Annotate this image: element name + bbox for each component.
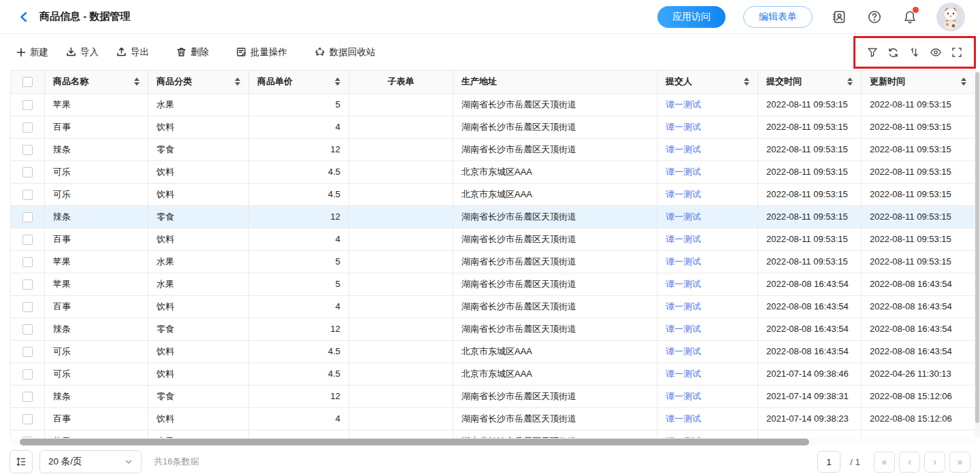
contacts-button[interactable] xyxy=(830,8,848,26)
row-checkbox[interactable] xyxy=(22,279,33,290)
table-row[interactable]: 百事饮料4湖南省长沙市岳麓区天顶街道谭一测试2021-07-14 09:38:2… xyxy=(11,407,975,430)
table-row[interactable]: 可乐饮料4.5北京市东城区AAA谭一测试2021-07-14 09:38:462… xyxy=(11,362,975,385)
vertical-scrollbar-thumb[interactable] xyxy=(975,72,979,423)
submitter-link[interactable]: 谭一测试 xyxy=(666,256,701,267)
column-header[interactable]: 商品名称 xyxy=(45,71,148,93)
row-checkbox[interactable] xyxy=(22,324,33,335)
first-page-button[interactable]: « xyxy=(874,452,895,473)
column-header[interactable]: 更新时间 xyxy=(862,71,975,93)
submitter-link[interactable]: 谭一测试 xyxy=(666,167,701,177)
export-icon xyxy=(116,47,127,57)
sort-arrows-icon[interactable] xyxy=(129,78,140,86)
table-row[interactable]: 百事饮料4湖南省长沙市岳麓区天顶街道谭一测试2022-08-11 09:53:1… xyxy=(11,116,975,138)
submitter-link[interactable]: 谭一测试 xyxy=(666,189,701,199)
table-cell: 饮料 xyxy=(148,340,249,362)
row-checkbox[interactable] xyxy=(22,145,33,155)
table-row[interactable]: 辣条零食12湖南省长沙市岳麓区天顶街道谭一测试2022-08-11 09:53:… xyxy=(11,205,975,228)
submitter-link[interactable]: 谭一测试 xyxy=(666,234,701,244)
table-cell: 湖南省长沙市岳麓区天顶街道 xyxy=(453,385,657,407)
row-checkbox[interactable] xyxy=(22,414,33,424)
submitter-link[interactable]: 谭一测试 xyxy=(666,99,701,109)
export-button[interactable]: 导出 xyxy=(116,46,149,58)
refresh-icon xyxy=(887,47,899,58)
row-checkbox[interactable] xyxy=(22,100,33,110)
fullscreen-button[interactable] xyxy=(949,45,964,60)
table-cell: 2021-07-14 09:38:46 xyxy=(758,362,862,385)
table-row[interactable]: 可乐饮料4.5北京市东城区AAA谭一测试2022-08-11 09:53:152… xyxy=(11,160,975,183)
cell-submitter: 谭一测试 xyxy=(657,228,758,250)
table-row[interactable]: 百事饮料4湖南省长沙市岳麓区天顶街道谭一测试2022-08-08 16:43:5… xyxy=(11,295,975,318)
row-checkbox[interactable] xyxy=(22,190,33,200)
submitter-link[interactable]: 谭一测试 xyxy=(666,211,701,222)
sort-arrows-icon[interactable] xyxy=(329,78,340,86)
table-row[interactable]: 可乐饮料4.5北京市东城区AAA谭一测试2022-08-11 09:53:152… xyxy=(11,183,975,205)
row-checkbox[interactable] xyxy=(22,235,33,245)
submitter-link[interactable]: 谭一测试 xyxy=(666,391,701,401)
submitter-link[interactable]: 谭一测试 xyxy=(666,122,701,132)
submitter-link[interactable]: 谭一测试 xyxy=(666,301,701,311)
edit-form-button[interactable]: 编辑表单 xyxy=(743,6,813,28)
row-checkbox[interactable] xyxy=(22,212,33,222)
delete-button[interactable]: 删除 xyxy=(176,46,209,58)
table-cell: 百事 xyxy=(45,116,148,138)
filter-button[interactable] xyxy=(865,45,880,60)
table-cell: 5 xyxy=(249,273,349,295)
submitter-link[interactable]: 谭一测试 xyxy=(666,346,701,356)
lucky-cat-avatar-image xyxy=(936,3,965,31)
table-cell: 4 xyxy=(249,295,349,318)
recycle-bin-button[interactable]: 数据回收站 xyxy=(314,46,376,58)
next-page-button[interactable]: › xyxy=(924,452,945,473)
last-page-button[interactable]: » xyxy=(949,452,970,473)
row-checkbox[interactable] xyxy=(22,392,33,402)
submitter-link[interactable]: 谭一测试 xyxy=(666,413,701,424)
page-size-select[interactable]: 20 条/页 xyxy=(39,450,142,473)
sort-arrows-icon[interactable] xyxy=(738,78,749,86)
prev-page-button[interactable]: ‹ xyxy=(899,452,920,473)
table-row[interactable]: 辣条零食12湖南省长沙市岳麓区天顶街道谭一测试2022-08-11 09:53:… xyxy=(11,138,975,160)
notifications-button[interactable] xyxy=(901,8,919,26)
sort-arrows-icon[interactable] xyxy=(842,78,853,86)
row-checkbox[interactable] xyxy=(22,302,33,312)
back-button[interactable] xyxy=(18,11,30,23)
table-row[interactable]: 可乐饮料4.5北京市东城区AAA谭一测试2022-08-08 16:43:542… xyxy=(11,340,975,362)
row-height-button[interactable] xyxy=(10,450,33,473)
table-row[interactable]: 百事饮料4湖南省长沙市岳麓区天顶街道谭一测试2022-08-11 09:53:1… xyxy=(11,228,975,250)
row-checkbox[interactable] xyxy=(22,347,33,357)
visibility-button[interactable] xyxy=(928,44,944,61)
row-checkbox[interactable] xyxy=(22,122,33,133)
table-cell: 零食 xyxy=(148,318,249,340)
row-checkbox[interactable] xyxy=(22,369,33,379)
import-button[interactable]: 导入 xyxy=(66,46,99,58)
table-cell: 水果 xyxy=(148,250,249,273)
submitter-link[interactable]: 谭一测试 xyxy=(666,324,701,334)
column-header[interactable]: 商品单价 xyxy=(249,71,349,93)
table-row[interactable]: 辣条零食12湖南省长沙市岳麓区天顶街道谭一测试2022-08-08 16:43:… xyxy=(11,318,975,340)
table-row[interactable]: 辣条零食12湖南省长沙市岳麓区天顶街道谭一测试2021-07-14 09:38:… xyxy=(11,385,975,407)
table-cell: 湖南省长沙市岳麓区天顶街道 xyxy=(453,116,657,138)
submitter-link[interactable]: 谭一测试 xyxy=(666,279,701,289)
batch-operations-button[interactable]: 批量操作 xyxy=(236,46,287,58)
user-avatar[interactable] xyxy=(936,3,965,31)
column-header[interactable]: 商品分类 xyxy=(148,71,249,93)
sort-arrows-icon[interactable] xyxy=(229,78,240,86)
horizontal-scrollbar-thumb[interactable] xyxy=(20,439,809,445)
table-row[interactable]: 苹果水果5湖南省长沙市岳麓区天顶街道谭一测试2022-08-11 09:53:1… xyxy=(11,93,975,116)
help-button[interactable] xyxy=(866,8,883,26)
row-checkbox[interactable] xyxy=(22,167,33,177)
refresh-button[interactable] xyxy=(885,45,901,61)
column-header[interactable]: 提交人 xyxy=(657,71,758,93)
submitter-link[interactable]: 谭一测试 xyxy=(666,144,701,154)
app-access-button[interactable]: 应用访问 xyxy=(657,6,725,28)
current-page-input[interactable] xyxy=(817,451,840,473)
submitter-link[interactable]: 谭一测试 xyxy=(666,369,701,379)
table-row[interactable]: 苹果水果5湖南省长沙市岳麓区天顶街道谭一测试2022-08-08 16:43:5… xyxy=(11,273,975,295)
table-cell: 北京市东城区AAA xyxy=(453,340,657,362)
row-checkbox[interactable] xyxy=(22,257,33,267)
column-header[interactable]: 提交时间 xyxy=(758,71,862,93)
table-cell: 2022-08-11 09:53:15 xyxy=(862,116,975,138)
select-all-checkbox[interactable] xyxy=(22,77,33,87)
table-row[interactable]: 苹果水果5湖南省长沙市岳麓区天顶街道谭一测试2022-08-11 09:53:1… xyxy=(11,250,975,273)
sort-arrows-icon[interactable] xyxy=(956,78,966,86)
new-record-button[interactable]: 新建 xyxy=(16,46,48,58)
sort-button[interactable] xyxy=(906,45,921,60)
